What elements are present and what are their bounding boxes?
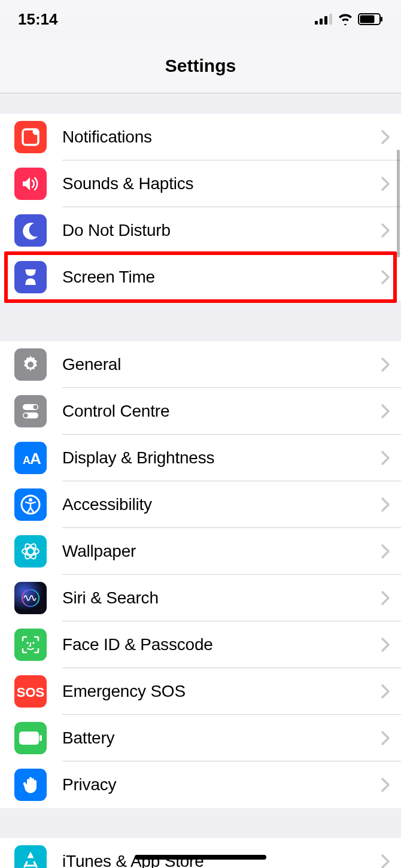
chevron-right-icon bbox=[381, 357, 390, 372]
settings-row-controlcentre[interactable]: Control Centre bbox=[0, 388, 401, 435]
settings-row-siri[interactable]: Siri & Search bbox=[0, 575, 401, 621]
svg-rect-6 bbox=[381, 17, 382, 22]
svg-rect-10 bbox=[25, 283, 36, 285]
svg-text:A: A bbox=[30, 450, 41, 468]
settings-row-faceid[interactable]: Face ID & Passcode bbox=[0, 621, 401, 668]
gear-icon bbox=[14, 348, 47, 381]
settings-row-battery[interactable]: Battery bbox=[0, 715, 401, 761]
accessibility-icon bbox=[14, 488, 47, 521]
sos-icon: SOS bbox=[14, 675, 47, 708]
settings-row-sounds[interactable]: Sounds & Haptics bbox=[0, 160, 401, 207]
svg-point-19 bbox=[29, 498, 32, 502]
settings-row-display[interactable]: AADisplay & Brightness bbox=[0, 435, 401, 481]
svg-point-15 bbox=[24, 414, 28, 418]
chevron-right-icon bbox=[381, 450, 390, 466]
row-label: General bbox=[62, 355, 381, 374]
chevron-right-icon bbox=[381, 176, 390, 192]
chevron-right-icon bbox=[381, 269, 390, 285]
wallpaper-icon bbox=[14, 535, 47, 567]
svg-point-11 bbox=[28, 362, 34, 368]
face-id-icon bbox=[14, 629, 47, 661]
settings-group: GeneralControl CentreAADisplay & Brightn… bbox=[0, 341, 401, 808]
cellular-icon bbox=[315, 14, 333, 25]
row-label: Emergency SOS bbox=[62, 682, 381, 701]
settings-row-notifications[interactable]: Notifications bbox=[0, 114, 401, 160]
row-label: Control Centre bbox=[62, 402, 381, 421]
status-icons bbox=[315, 13, 383, 25]
svg-text:SOS: SOS bbox=[17, 685, 44, 700]
settings-row-sos[interactable]: SOSEmergency SOS bbox=[0, 668, 401, 715]
svg-rect-29 bbox=[40, 735, 42, 741]
status-time: 15:14 bbox=[18, 10, 58, 29]
chevron-right-icon bbox=[381, 684, 390, 699]
sounds-icon bbox=[14, 168, 47, 200]
siri-icon bbox=[14, 582, 47, 614]
row-label: Sounds & Haptics bbox=[62, 174, 381, 193]
svg-rect-28 bbox=[19, 732, 39, 745]
svg-point-8 bbox=[33, 129, 40, 135]
wifi-icon bbox=[338, 13, 353, 25]
chevron-right-icon bbox=[381, 637, 390, 652]
row-label: Siri & Search bbox=[62, 588, 381, 608]
battery-icon bbox=[358, 13, 383, 25]
row-label: Accessibility bbox=[62, 495, 381, 514]
moon-icon bbox=[14, 214, 47, 247]
chevron-right-icon bbox=[381, 730, 390, 746]
page-title: Settings bbox=[165, 56, 236, 76]
chevron-right-icon bbox=[381, 854, 390, 868]
settings-group: iTunes & App Store bbox=[0, 838, 401, 868]
svg-point-21 bbox=[22, 548, 39, 555]
settings-row-general[interactable]: General bbox=[0, 341, 401, 388]
hourglass-icon bbox=[14, 261, 47, 293]
settings-row-itunes[interactable]: iTunes & App Store bbox=[0, 838, 401, 868]
chevron-right-icon bbox=[381, 403, 390, 419]
settings-row-dnd[interactable]: Do Not Disturb bbox=[0, 207, 401, 254]
row-label: Privacy bbox=[62, 775, 381, 794]
row-label: Wallpaper bbox=[62, 542, 381, 561]
home-indicator[interactable] bbox=[135, 855, 266, 860]
switches-icon bbox=[14, 395, 47, 427]
row-label: Screen Time bbox=[62, 268, 381, 287]
svg-point-25 bbox=[26, 642, 28, 644]
battery-icon bbox=[14, 722, 47, 754]
chevron-right-icon bbox=[381, 223, 390, 238]
row-label: Battery bbox=[62, 729, 381, 748]
status-bar: 15:14 bbox=[0, 0, 401, 38]
appstore-icon bbox=[14, 845, 47, 868]
svg-rect-1 bbox=[320, 19, 323, 25]
svg-rect-0 bbox=[315, 21, 318, 25]
svg-point-26 bbox=[32, 642, 34, 644]
svg-point-13 bbox=[34, 405, 38, 409]
chevron-right-icon bbox=[381, 497, 390, 512]
row-label: Display & Brightness bbox=[62, 448, 381, 468]
chevron-right-icon bbox=[381, 777, 390, 793]
chevron-right-icon bbox=[381, 590, 390, 606]
row-label: Face ID & Passcode bbox=[62, 635, 381, 654]
settings-row-screentime[interactable]: Screen Time bbox=[0, 254, 401, 301]
chevron-right-icon bbox=[381, 544, 390, 559]
settings-list[interactable]: NotificationsSounds & HapticsDo Not Dist… bbox=[0, 93, 401, 868]
scroll-indicator[interactable] bbox=[397, 150, 400, 257]
hand-icon bbox=[14, 769, 47, 801]
svg-rect-5 bbox=[360, 16, 375, 23]
settings-row-accessibility[interactable]: Accessibility bbox=[0, 481, 401, 528]
svg-rect-9 bbox=[25, 269, 36, 271]
row-label: Do Not Disturb bbox=[62, 221, 381, 240]
settings-row-privacy[interactable]: Privacy bbox=[0, 761, 401, 808]
svg-rect-2 bbox=[324, 16, 327, 25]
svg-rect-3 bbox=[329, 14, 332, 25]
svg-point-24 bbox=[22, 590, 39, 606]
text-size-icon: AA bbox=[14, 442, 47, 474]
nav-bar: Settings bbox=[0, 38, 401, 93]
chevron-right-icon bbox=[381, 129, 390, 145]
notifications-icon bbox=[14, 121, 47, 153]
settings-row-wallpaper[interactable]: Wallpaper bbox=[0, 528, 401, 575]
row-label: Notifications bbox=[62, 128, 381, 147]
settings-group: NotificationsSounds & HapticsDo Not Dist… bbox=[0, 114, 401, 301]
